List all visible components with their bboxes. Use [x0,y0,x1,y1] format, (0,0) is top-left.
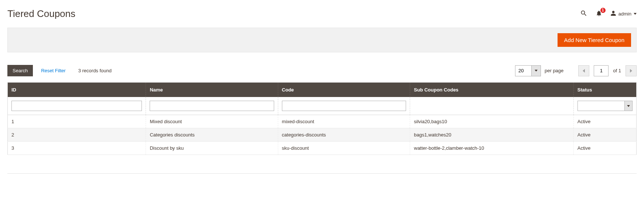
user-icon [610,10,616,17]
cell-sub: bags1,watches20 [410,128,574,142]
records-found: 3 records found [78,68,112,73]
footer-divider [7,173,637,174]
filter-status-select[interactable] [577,101,633,111]
per-page-label: per page [545,68,563,73]
per-page-select[interactable] [515,65,541,76]
filter-code-input[interactable] [282,101,406,111]
cell-status: Active [573,128,636,142]
column-header-code[interactable]: Code [278,83,410,97]
next-page-button[interactable] [626,65,637,76]
bell-icon [596,12,602,18]
cell-name: Mixed discount [146,115,278,128]
cell-code: mixed-discount [278,115,410,128]
notification-badge: 1 [600,8,606,13]
search-button[interactable]: Search [7,65,33,76]
cell-status: Active [573,115,636,128]
cell-name: Discount by sku [146,142,278,155]
chevron-down-icon [535,70,538,72]
page-of-label: of 1 [613,68,621,73]
user-name: admin [619,11,631,17]
filter-sub-cell [410,97,574,115]
cell-sub: watter-bottle-2,clamber-watch-10 [410,142,574,155]
page-title: Tiered Coupons [7,8,580,20]
table-row[interactable]: 1 Mixed discount mixed-discount silvia20… [8,115,637,128]
action-bar: Add New Tiered Coupon [7,28,637,52]
chevron-left-icon [583,69,585,73]
coupons-table: ID Name Code Sub Coupon Codes Status [7,82,637,155]
chevron-down-icon [634,13,637,15]
page-input[interactable] [594,65,609,76]
column-header-id[interactable]: ID [8,83,146,97]
column-header-name[interactable]: Name [146,83,278,97]
search-icon[interactable] [580,10,587,18]
reset-filter-link[interactable]: Reset Filter [41,68,65,73]
cell-status: Active [573,142,636,155]
user-menu[interactable]: admin [610,10,637,17]
per-page-dropdown-button[interactable] [531,65,541,76]
table-row[interactable]: 3 Discount by sku sku-discount watter-bo… [8,142,637,155]
column-header-sub[interactable]: Sub Coupon Codes [410,83,574,97]
cell-name: Categories discounts [146,128,278,142]
per-page-input[interactable] [515,65,531,76]
notifications-button[interactable]: 1 [596,10,602,18]
cell-id: 3 [8,142,146,155]
table-row[interactable]: 2 Categories discounts categories-discou… [8,128,637,142]
column-header-status[interactable]: Status [573,83,636,97]
filter-status-dropdown-button[interactable] [624,101,633,111]
chevron-right-icon [630,69,632,73]
cell-id: 2 [8,128,146,142]
cell-code: sku-discount [278,142,410,155]
chevron-down-icon [627,105,630,107]
cell-sub: silvia20,bags10 [410,115,574,128]
filter-id-input[interactable] [11,101,142,111]
prev-page-button[interactable] [578,65,589,76]
filter-name-input[interactable] [150,101,274,111]
add-new-button[interactable]: Add New Tiered Coupon [558,33,631,47]
cell-code: categories-discounts [278,128,410,142]
cell-id: 1 [8,115,146,128]
